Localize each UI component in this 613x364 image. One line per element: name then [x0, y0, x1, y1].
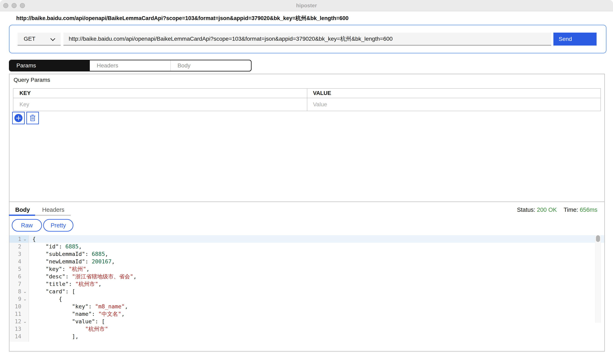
tab-params[interactable]: Params	[10, 60, 90, 71]
param-value-input[interactable]	[307, 98, 600, 111]
fold-spacer	[21, 250, 28, 258]
code-line-text: "id": 6885,	[29, 243, 604, 250]
window-title: hiposter	[0, 0, 613, 11]
code-line: 11 "name": "中文名",	[10, 310, 604, 318]
line-gutter: 5	[10, 265, 29, 273]
code-line: 10 "key": "m8_name",	[10, 303, 604, 310]
pretty-view-button[interactable]: Pretty	[43, 219, 73, 232]
line-number: 6	[10, 273, 21, 280]
fold-chevron-icon[interactable]: ⌄	[21, 288, 28, 295]
raw-view-button[interactable]: Raw	[12, 219, 42, 232]
key-column-header: KEY	[13, 89, 307, 98]
window-zoom-button[interactable]	[20, 3, 25, 8]
delete-param-button[interactable]	[26, 112, 39, 124]
code-line: 15 "format": [	[10, 340, 604, 342]
tab-headers[interactable]: Headers	[90, 60, 170, 71]
code-line: 13 "杭州市"	[10, 325, 604, 333]
code-line-text: ],	[29, 333, 604, 340]
time-label: Time:	[564, 207, 578, 213]
tab-body[interactable]: Body	[170, 60, 251, 71]
line-gutter: 4	[10, 258, 29, 265]
code-line-text: "newLemmaId": 200167,	[29, 258, 604, 265]
line-number: 8	[10, 288, 21, 295]
code-line-text: {	[29, 235, 604, 243]
request-url-heading: http://baike.baidu.com/api/openapi/Baike…	[16, 14, 348, 22]
code-line: 14 ],	[10, 333, 604, 340]
window-close-button[interactable]	[3, 3, 8, 8]
request-tabs: Params Headers Body	[9, 60, 251, 71]
line-number: 13	[10, 325, 21, 333]
fold-spacer	[21, 310, 28, 318]
code-line-text: "key": "杭州",	[29, 265, 604, 273]
window-titlebar: hiposter	[0, 0, 613, 11]
response-status: Status: 200 OK Time: 656ms	[517, 207, 597, 213]
line-gutter: 2	[10, 243, 29, 250]
chevron-down-icon	[50, 36, 55, 41]
code-line-text: "desc": "浙江省辖地级市、省会",	[29, 273, 604, 280]
send-button[interactable]: Send	[553, 33, 597, 46]
line-gutter: 3	[10, 250, 29, 258]
code-line-text: "card": [	[29, 288, 604, 295]
line-gutter: 15	[10, 340, 29, 342]
trash-icon	[29, 114, 36, 122]
fold-chevron-icon[interactable]: ⌄	[21, 295, 28, 303]
code-line-text: "title": "杭州市",	[29, 280, 604, 288]
query-params-title: Query Params	[14, 77, 50, 83]
line-number: 4	[10, 258, 21, 265]
url-input[interactable]	[63, 33, 551, 46]
line-number: 15	[10, 340, 21, 342]
method-select-value: GET	[24, 36, 35, 42]
request-bar-panel: GET Send	[9, 25, 607, 53]
code-line-text: "format": [	[29, 340, 604, 342]
fold-spacer	[21, 340, 28, 342]
code-line: 3 "subLemmaId": 6885,	[10, 250, 604, 258]
line-number: 5	[10, 265, 21, 273]
scrollbar-thumb[interactable]	[596, 235, 600, 242]
active-tab-underline	[9, 215, 35, 216]
line-number: 2	[10, 243, 21, 250]
line-gutter: 13	[10, 325, 29, 333]
code-line-text: "value": [	[29, 318, 604, 325]
line-number: 9	[10, 295, 21, 303]
param-key-input[interactable]	[13, 98, 307, 111]
response-tab-body[interactable]: Body	[15, 207, 30, 213]
line-gutter: 6	[10, 273, 29, 280]
line-gutter: 1⌄	[10, 235, 29, 243]
code-line-text: "subLemmaId": 6885,	[29, 250, 604, 258]
fold-spacer	[21, 303, 28, 310]
fold-chevron-icon[interactable]: ⌄	[21, 235, 28, 243]
method-select[interactable]: GET	[18, 33, 61, 46]
response-view-switch: Raw Pretty	[12, 219, 73, 232]
param-row-actions	[12, 112, 39, 124]
fold-chevron-icon[interactable]: ⌄	[21, 318, 28, 325]
fold-spacer	[21, 280, 28, 288]
line-gutter: 7	[10, 280, 29, 288]
status-value: 200 OK	[537, 207, 557, 213]
fold-spacer	[21, 243, 28, 250]
line-gutter: 12⌄	[10, 318, 29, 325]
line-number: 12	[10, 318, 21, 325]
fold-spacer	[21, 273, 28, 280]
response-tab-headers[interactable]: Headers	[42, 207, 64, 213]
line-gutter: 9⌄	[10, 295, 29, 303]
line-gutter: 11	[10, 310, 29, 318]
query-params-table: KEY VALUE	[13, 88, 601, 111]
line-number: 1	[10, 235, 21, 243]
line-gutter: 10	[10, 303, 29, 310]
code-line: 5 "key": "杭州",	[10, 265, 604, 273]
fold-spacer	[21, 325, 28, 333]
main-panel: Query Params KEY VALUE	[9, 74, 605, 352]
add-param-button[interactable]	[12, 112, 25, 124]
fold-spacer	[21, 258, 28, 265]
line-gutter: 8⌄	[10, 288, 29, 295]
line-number: 14	[10, 333, 21, 340]
response-section: Body Headers Status: 200 OK Time: 656ms …	[10, 202, 604, 351]
code-line: 4 "newLemmaId": 200167,	[10, 258, 604, 265]
line-number: 7	[10, 280, 21, 288]
code-line: 9⌄ {	[10, 295, 604, 303]
code-scrollbar[interactable]	[595, 235, 601, 323]
code-line: 7 "title": "杭州市",	[10, 280, 604, 288]
table-column-divider	[307, 89, 307, 111]
fold-spacer	[21, 265, 28, 273]
window-minimize-button[interactable]	[12, 3, 17, 8]
